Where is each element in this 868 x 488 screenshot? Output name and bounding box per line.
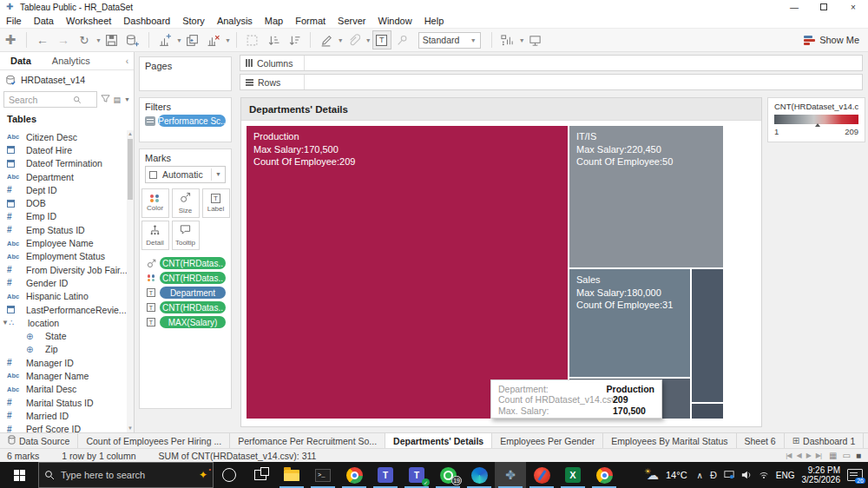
tab-employees-per-gender[interactable]: Employees Per Gender	[492, 433, 603, 448]
chrome-2-taskbar-button[interactable]	[589, 462, 620, 488]
tableau-taskbar-button[interactable]: ✚✚	[495, 462, 526, 488]
text-mark-icon[interactable]: T	[145, 288, 157, 297]
rows-shelf[interactable]: Rows	[240, 74, 863, 90]
field-department[interactable]: AbcDepartment	[0, 170, 128, 183]
cortana-button[interactable]	[214, 462, 245, 488]
terminal-taskbar-button[interactable]: >_	[307, 462, 339, 488]
tab-data[interactable]: Data	[0, 56, 42, 66]
menu-map[interactable]: Map	[259, 16, 289, 26]
mark-button-size[interactable]: Size	[172, 188, 200, 218]
add-data-icon[interactable]	[123, 30, 142, 49]
field-emp-id[interactable]: #Emp ID	[0, 210, 128, 223]
size-mark-icon[interactable]	[145, 259, 157, 268]
chevron-down-icon[interactable]: ▼	[2, 319, 9, 326]
field-perf-score-id[interactable]: #Perf Score ID	[0, 423, 128, 432]
field-emp-status-id[interactable]: #Emp Status ID	[0, 223, 128, 236]
presentation-mode-icon[interactable]	[526, 30, 545, 49]
cast-screen-icon[interactable]	[724, 470, 734, 480]
chevron-down-icon[interactable]: ▼	[124, 96, 130, 102]
scroll-down-icon[interactable]: ▼	[127, 425, 134, 432]
legend-gradient[interactable]	[774, 115, 858, 124]
start-button[interactable]	[0, 462, 38, 488]
whatsapp-taskbar-button[interactable]: 19	[432, 462, 464, 488]
show-tabs-icon[interactable]: ■	[856, 451, 861, 460]
scrollbar-thumb[interactable]	[128, 139, 133, 200]
field-gender-id[interactable]: #Gender ID	[0, 276, 128, 289]
chevron-down-icon[interactable]: ▼	[338, 37, 344, 43]
tab-employees-by-marital-status[interactable]: Employees By Marital Status	[603, 433, 736, 448]
color-mark-icon[interactable]	[145, 274, 157, 281]
pin-icon[interactable]	[393, 30, 412, 49]
text-label-icon[interactable]: T	[372, 30, 391, 49]
teams-status-taskbar-button[interactable]: T✓	[401, 462, 432, 488]
field-dob[interactable]: DOB	[0, 196, 128, 209]
tab-dashboard-1[interactable]: ⊞Dashboard 1	[785, 433, 865, 448]
tab-story-1[interactable]: ◫Story 1	[864, 433, 868, 448]
mark-button-color[interactable]: Color	[141, 188, 169, 218]
text-mark-icon[interactable]: T	[145, 318, 157, 326]
mark-type-select[interactable]: Automatic ▼	[145, 166, 226, 183]
menu-story[interactable]: Story	[176, 16, 211, 26]
pill-cnt-hrdatas[interactable]: CNT(HRDatas..	[160, 301, 226, 313]
show-mark-labels-icon[interactable]	[498, 30, 517, 49]
first-sheet-icon[interactable]: |◀	[786, 452, 791, 459]
menu-file[interactable]: File	[0, 16, 28, 26]
weather-widget[interactable]: ☀☁ 14°C	[635, 462, 696, 488]
mark-button-tooltip[interactable]: Tooltip	[172, 221, 200, 250]
back-icon[interactable]: ←	[33, 30, 52, 49]
sheet-sorter-icon[interactable]: ▦	[829, 451, 837, 460]
fit-mode-select[interactable]: Standard ▼	[418, 32, 481, 49]
forward-icon[interactable]: →	[54, 30, 73, 49]
format-pen-icon[interactable]	[317, 30, 336, 49]
view-options-icon[interactable]: ▤	[114, 96, 122, 104]
menu-dashboard[interactable]: Dashboard	[117, 16, 176, 26]
field-hispanic-latino[interactable]: AbcHispanic Latino	[0, 290, 128, 303]
notification-center-icon[interactable]: 26	[847, 469, 863, 481]
taskbar-clock[interactable]: 9:26 PM 3/25/2026	[802, 465, 841, 485]
menu-format[interactable]: Format	[289, 16, 332, 26]
close-button[interactable]: ×	[838, 0, 868, 14]
task-view-button[interactable]	[245, 462, 276, 488]
field-location[interactable]: ▼∴location	[0, 316, 128, 329]
maximize-button[interactable]	[809, 0, 838, 14]
collapse-pane-icon[interactable]: ‹	[126, 56, 128, 66]
filter-fields-icon[interactable]	[101, 94, 110, 105]
tab-sheet-6[interactable]: Sheet 6	[737, 433, 785, 448]
treemap-node-production[interactable]: ProductionMax Salary:170,500Count Of Emp…	[247, 126, 568, 419]
treemap-node-sales[interactable]: SalesMax Salary:180,000Count Of Employee…	[569, 269, 690, 377]
clear-sheet-icon[interactable]	[204, 30, 223, 49]
field-employment-status[interactable]: AbcEmployment Status	[0, 250, 128, 263]
field-marital-desc[interactable]: AbcMarital Desc	[0, 383, 128, 396]
treemap-node-dept-block-6[interactable]	[692, 404, 723, 419]
network-wifi-icon[interactable]	[759, 470, 769, 480]
search-input[interactable]	[9, 95, 73, 105]
next-sheet-icon[interactable]: ▶	[806, 452, 811, 459]
color-legend-card[interactable]: CNT(HRDataset_v14.c... 1 209	[767, 97, 865, 142]
field-married-id[interactable]: #Married ID	[0, 409, 128, 422]
save-icon[interactable]	[102, 30, 122, 49]
mark-button-detail[interactable]: Detail	[141, 221, 169, 250]
previous-sheet-icon[interactable]: ◀	[797, 452, 801, 459]
pill-cnt-hrdatas[interactable]: CNT(HRDatas..	[160, 257, 226, 269]
chrome-taskbar-button[interactable]	[339, 462, 370, 488]
chevron-down-icon[interactable]: ▼	[519, 37, 525, 43]
field-lastperformancerevie[interactable]: LastPerformanceRevie...	[0, 303, 128, 316]
scroll-up-icon[interactable]: ▲	[127, 130, 134, 138]
chevron-down-icon[interactable]: ▼	[176, 37, 182, 43]
columns-shelf[interactable]: Columns	[240, 55, 863, 71]
tab-analytics[interactable]: Analytics	[42, 56, 101, 66]
menu-window[interactable]: Window	[372, 16, 418, 26]
field-marital-status-id[interactable]: #Marital Status ID	[0, 396, 128, 409]
field-employee-name[interactable]: AbcEmployee Name	[0, 236, 128, 249]
field-manager-id[interactable]: #Manager ID	[0, 356, 128, 369]
menu-data[interactable]: Data	[28, 16, 60, 26]
chevron-down-icon[interactable]: ▼	[95, 37, 102, 43]
new-worksheet-icon[interactable]	[155, 30, 174, 49]
field-dateof-hire[interactable]: Dateof Hire	[0, 143, 128, 156]
tableau-logo-icon[interactable]: ✚	[1, 30, 20, 49]
excel-taskbar-button[interactable]: X	[557, 462, 589, 488]
taskbar-search[interactable]: Type here to search ✦	[38, 462, 214, 488]
pill-max-salary[interactable]: MAX(Salary)	[160, 316, 226, 328]
last-sheet-icon[interactable]: ▶|	[816, 452, 821, 459]
tray-expand-icon[interactable]: ∧	[697, 471, 703, 480]
